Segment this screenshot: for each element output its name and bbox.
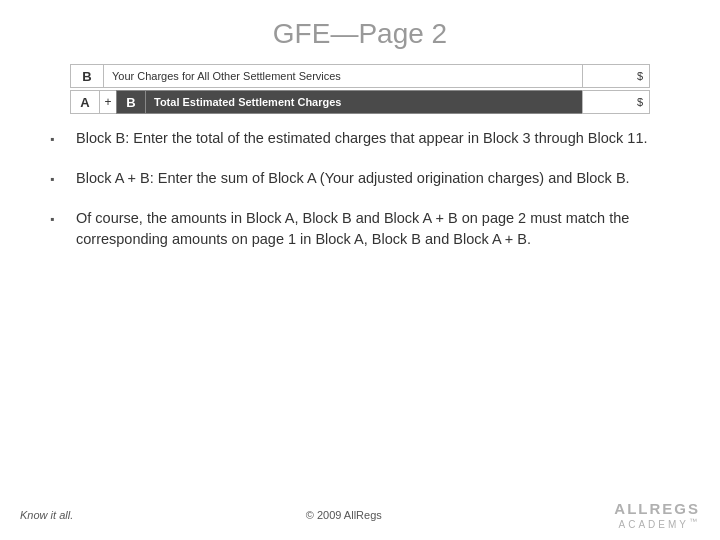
gfe-row-ab: A + B Total Estimated Settlement Charges… — [70, 90, 650, 114]
bullet-text-3: Of course, the amounts in Block A, Block… — [76, 208, 670, 252]
block-b-amount: $ — [582, 64, 650, 88]
bullet-marker-2: ▪ — [50, 170, 68, 188]
footer-copyright: © 2009 AllRegs — [306, 509, 382, 521]
bullet-text-2: Block A + B: Enter the sum of Block A (Y… — [76, 168, 670, 190]
logo-bottom: Academy™ — [619, 517, 700, 530]
block-a-label: A — [70, 90, 100, 114]
bullet-section: ▪ Block B: Enter the total of the estima… — [50, 128, 670, 251]
bullet-marker-3: ▪ — [50, 210, 68, 228]
block-ab-amount: $ — [582, 90, 650, 114]
plus-sign: + — [100, 90, 116, 114]
bullet-marker-1: ▪ — [50, 130, 68, 148]
logo-top: AllRegs — [614, 500, 700, 517]
bullet-item-1: ▪ Block B: Enter the total of the estima… — [50, 128, 670, 150]
footer-logo: AllRegs Academy™ — [614, 500, 700, 530]
block-b-label: B — [70, 64, 104, 88]
page-title: GFE—Page 2 — [0, 0, 720, 64]
footer-tagline: Know it all. — [20, 509, 73, 521]
bullet-item-2: ▪ Block A + B: Enter the sum of Block A … — [50, 168, 670, 190]
footer: Know it all. © 2009 AllRegs AllRegs Acad… — [0, 500, 720, 530]
block-b-dark-label: B — [116, 90, 146, 114]
gfe-table: B Your Charges for All Other Settlement … — [70, 64, 650, 114]
block-ab-description: Total Estimated Settlement Charges — [145, 90, 583, 114]
block-b-description: Your Charges for All Other Settlement Se… — [103, 64, 583, 88]
bullet-item-3: ▪ Of course, the amounts in Block A, Blo… — [50, 208, 670, 252]
gfe-row-b: B Your Charges for All Other Settlement … — [70, 64, 650, 88]
bullet-text-1: Block B: Enter the total of the estimate… — [76, 128, 670, 150]
